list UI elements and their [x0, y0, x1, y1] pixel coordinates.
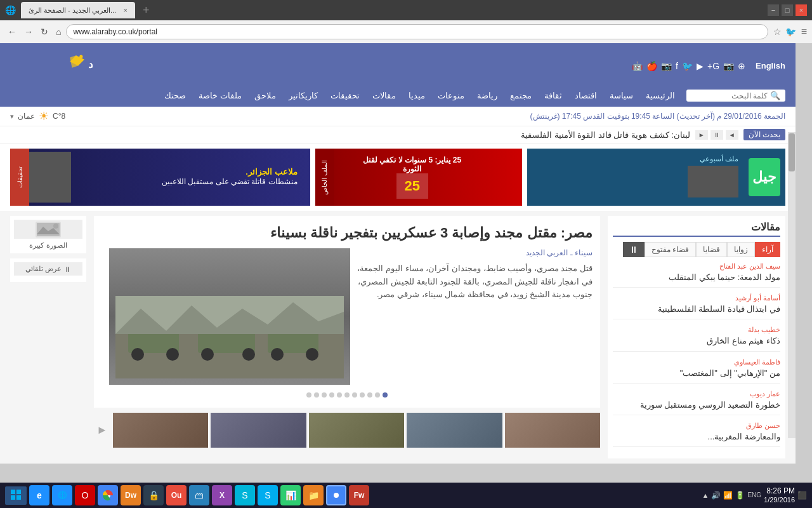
- site-logo[interactable]: العربي الجديد: [10, 48, 93, 83]
- youtube-icon[interactable]: ▶: [697, 61, 704, 71]
- taskbar-xampp[interactable]: X: [212, 485, 232, 505]
- back-btn[interactable]: ←: [5, 25, 19, 38]
- taskbar-skype2[interactable]: S: [258, 485, 278, 505]
- algeria-banner[interactable]: تحقيقات ملاعب الجزائر. منشطات قاتلة تقضي…: [10, 149, 310, 206]
- english-link[interactable]: English: [756, 61, 785, 70]
- apple-icon[interactable]: 🍎: [646, 61, 657, 71]
- instagram-icon[interactable]: 📷: [723, 61, 734, 71]
- nav-investigations[interactable]: تحقيقات: [324, 88, 366, 103]
- taskbar-edge[interactable]: 🌐: [52, 485, 72, 505]
- dot-3[interactable]: [367, 392, 372, 398]
- bookmark-icon[interactable]: ☆: [773, 27, 782, 37]
- minimize-btn[interactable]: −: [768, 4, 779, 16]
- author-name[interactable]: أسامة أبو أرشيد: [613, 294, 780, 302]
- dot-1[interactable]: [383, 392, 388, 398]
- nav-special[interactable]: ملفات خاصة: [192, 88, 248, 103]
- author-name[interactable]: خطيب بدلة: [613, 326, 780, 334]
- rss-icon[interactable]: ⊕: [738, 61, 745, 71]
- tray-expand[interactable]: ▲: [702, 491, 709, 499]
- nav-economy[interactable]: اقتصاد: [568, 88, 603, 103]
- pause-btn[interactable]: ⏸: [623, 242, 645, 257]
- dot-8[interactable]: [329, 392, 334, 398]
- scrollbar-thumb[interactable]: [789, 133, 795, 171]
- taskbar-db[interactable]: 🗃: [189, 485, 209, 505]
- taskbar-skype[interactable]: S: [235, 485, 255, 505]
- search-icon[interactable]: 🔍: [770, 91, 780, 100]
- breaking-pause[interactable]: ⏸: [710, 130, 723, 140]
- taskbar-opera[interactable]: O: [75, 485, 95, 505]
- article-headline[interactable]: والمعارضة المغربية...: [613, 431, 780, 443]
- camera-icon[interactable]: 📷: [661, 61, 672, 71]
- tray-battery[interactable]: 🔋: [735, 491, 745, 500]
- taskbar-fw[interactable]: Fw: [349, 485, 369, 505]
- dot-11[interactable]: [306, 392, 311, 398]
- thumbnail-4[interactable]: [211, 413, 306, 448]
- browser-tab[interactable]: العربي الجديد - الصفحة الرئ... ×: [21, 2, 135, 18]
- breaking-next[interactable]: ►: [695, 130, 708, 140]
- forward-btn[interactable]: →: [22, 25, 36, 38]
- tab-issues[interactable]: قضايا: [696, 242, 727, 257]
- nav-variety[interactable]: منوعات: [431, 88, 471, 103]
- tab-corners[interactable]: زوايا: [727, 242, 755, 257]
- nav-sports[interactable]: رياضة: [471, 88, 504, 103]
- article-headline[interactable]: خطورة التصعيد الروسي ومستقبل سورية: [613, 399, 780, 411]
- thumbnails-next-btn[interactable]: ►: [94, 413, 110, 448]
- dot-4[interactable]: [360, 392, 365, 398]
- vertical-scrollbar[interactable]: [788, 132, 796, 438]
- auto-play-btn[interactable]: ⏸ عرض تلقائي: [14, 262, 82, 276]
- new-tab-btn[interactable]: +: [143, 4, 150, 17]
- android-icon[interactable]: 🤖: [632, 61, 643, 71]
- taskbar-clock[interactable]: 8:26 PM 1/29/2016: [764, 486, 795, 504]
- dot-10[interactable]: [314, 392, 319, 398]
- thumbnail-2[interactable]: [407, 413, 502, 448]
- tray-volume[interactable]: 📶: [723, 491, 733, 500]
- nav-culture[interactable]: ثقافة: [538, 88, 568, 103]
- author-name[interactable]: عمار ديوب: [613, 390, 780, 398]
- browser-menu-btn[interactable]: ≡: [801, 26, 807, 37]
- maximize-btn[interactable]: □: [782, 4, 793, 16]
- tab-open-space[interactable]: فضاء مفتوح: [645, 242, 696, 257]
- nav-society[interactable]: مجتمع: [504, 88, 538, 103]
- reload-btn[interactable]: ↻: [38, 25, 51, 38]
- breaking-prev[interactable]: ◄: [726, 130, 738, 140]
- author-name[interactable]: فاطمة العيساوي: [613, 358, 780, 366]
- tray-network[interactable]: 🔊: [711, 491, 721, 500]
- article-headline[interactable]: ذكاء هيثم مناع الخارق: [613, 335, 780, 347]
- revolution-banner[interactable]: الملف الخاص 25 يناير: 5 سنوات لا تكفي لق…: [315, 149, 522, 206]
- author-name[interactable]: حسن طارق: [613, 422, 780, 430]
- taskbar-chrome[interactable]: [98, 485, 118, 505]
- nav-politics[interactable]: سياسة: [603, 88, 639, 103]
- close-btn[interactable]: ×: [796, 4, 807, 16]
- dot-2[interactable]: [375, 392, 380, 398]
- tab-opinions[interactable]: آراء: [755, 242, 780, 257]
- tray-keyboard[interactable]: ENG: [747, 491, 761, 498]
- extension-icon[interactable]: 🐦: [785, 27, 796, 37]
- nav-home[interactable]: الرئيسية: [639, 88, 681, 103]
- start-button[interactable]: [5, 486, 27, 505]
- taskbar-chrome-active[interactable]: [326, 485, 346, 505]
- thumbnail-1[interactable]: [505, 413, 600, 448]
- taskbar-lock[interactable]: 🔒: [143, 485, 164, 505]
- dot-6[interactable]: [344, 392, 350, 398]
- tab-close[interactable]: ×: [124, 6, 128, 14]
- dropdown-arrow[interactable]: ▾: [10, 112, 14, 121]
- jeel-banner[interactable]: جيل ملف أسبوعي: [527, 149, 785, 206]
- twitter-icon[interactable]: 🐦: [682, 61, 693, 71]
- taskbar-chart[interactable]: 📊: [280, 485, 301, 505]
- taskbar-outlook[interactable]: Ou: [166, 485, 187, 505]
- address-bar[interactable]: [66, 24, 768, 39]
- nav-caricature[interactable]: كاريكاتير: [282, 88, 324, 103]
- taskbar-dw[interactable]: Dw: [121, 485, 141, 505]
- thumbnail-5[interactable]: [113, 413, 208, 448]
- article-headline[interactable]: من "الإرهابي" إلى "المغتصب": [613, 368, 780, 379]
- taskbar-folder[interactable]: 📁: [303, 485, 324, 505]
- dot-9[interactable]: [322, 392, 327, 398]
- nav-media[interactable]: ميديا: [402, 88, 431, 103]
- home-btn[interactable]: ⌂: [53, 25, 63, 38]
- dot-5[interactable]: [352, 392, 357, 398]
- dot-7[interactable]: [337, 392, 342, 398]
- search-input[interactable]: [691, 91, 768, 100]
- nav-health[interactable]: صحتك: [158, 88, 192, 103]
- google-plus-icon[interactable]: G+: [707, 61, 719, 71]
- facebook-icon[interactable]: f: [676, 61, 678, 71]
